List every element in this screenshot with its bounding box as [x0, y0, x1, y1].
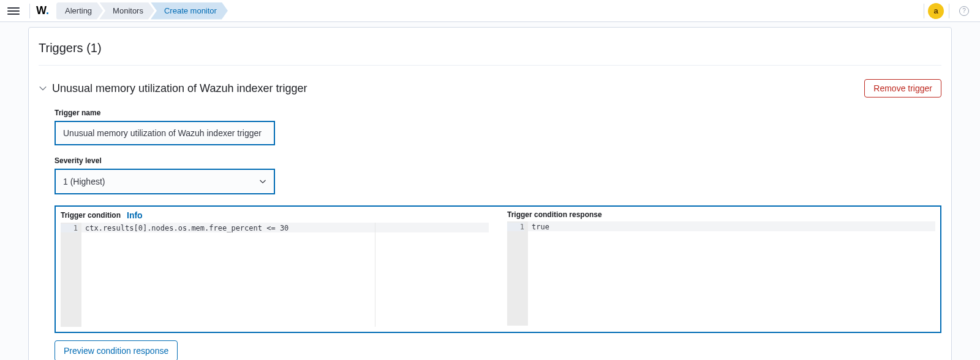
divider — [29, 4, 30, 18]
trigger-condition-label: Trigger condition — [61, 211, 121, 220]
preview-condition-response-button[interactable]: Preview condition response — [55, 340, 178, 360]
divider — [949, 4, 949, 18]
page-panel: Triggers (1) Unusual memory utilization … — [28, 27, 952, 360]
trigger-condition-response-label: Trigger condition response — [507, 210, 602, 219]
trigger-condition-editor[interactable]: 1 ctx.results[0].nodes.os.mem.free_perce… — [61, 223, 489, 327]
trigger-name-input[interactable] — [55, 121, 275, 145]
top-bar: W. Alerting Monitors Create monitor a ? — [0, 0, 980, 22]
menu-icon[interactable] — [7, 5, 20, 17]
help-icon[interactable]: ? — [959, 6, 969, 16]
avatar[interactable]: a — [928, 3, 944, 19]
breadcrumb-create-monitor[interactable]: Create monitor — [151, 2, 228, 20]
section-title: Triggers (1) — [39, 41, 941, 66]
remove-trigger-button[interactable]: Remove trigger — [864, 79, 941, 98]
response-code: true — [528, 221, 935, 231]
logo-text: W — [36, 4, 46, 17]
trigger-condition-box: Trigger condition Info 1 ctx.results[0].… — [55, 205, 941, 333]
trigger-condition-response-editor[interactable]: 1 true — [507, 221, 935, 326]
gutter-line-number: 1 — [507, 223, 524, 231]
breadcrumb-alerting[interactable]: Alerting — [56, 2, 103, 20]
divider — [924, 4, 924, 18]
gutter-line-number: 1 — [61, 224, 78, 232]
trigger-name-label: Trigger name — [55, 109, 941, 117]
breadcrumb: Alerting Monitors Create monitor — [56, 0, 224, 21]
breadcrumb-monitors[interactable]: Monitors — [99, 2, 154, 20]
trigger-title: Unusual memory utilization of Wazuh inde… — [52, 82, 307, 95]
condition-code: ctx.results[0].nodes.os.mem.free_percent… — [81, 223, 489, 232]
severity-label: Severity level — [55, 156, 941, 165]
logo[interactable]: W. — [36, 4, 49, 17]
severity-value: 1 (Highest) — [63, 177, 105, 186]
severity-select[interactable]: 1 (Highest) — [55, 169, 275, 194]
chevron-down-icon[interactable] — [39, 84, 47, 93]
chevron-down-icon — [259, 178, 266, 185]
trigger-header: Unusual memory utilization of Wazuh inde… — [39, 79, 941, 98]
info-link[interactable]: Info — [127, 210, 143, 220]
